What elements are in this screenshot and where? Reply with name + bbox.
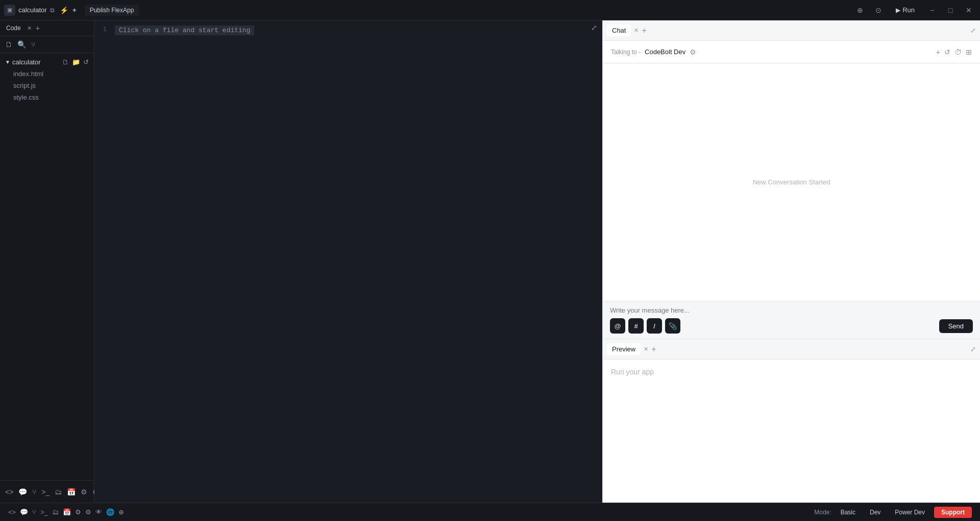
new-chat-icon[interactable]: + xyxy=(936,48,940,56)
eye-status-icon[interactable]: 👁 xyxy=(95,508,102,516)
mention-button[interactable]: @ xyxy=(610,318,625,334)
refresh-icon[interactable]: ↺ xyxy=(83,58,89,66)
title-bar-icons: ⊕ ⊙ ▶ Run − □ ✕ xyxy=(853,3,976,17)
agent-name: CodeBolt Dev xyxy=(645,48,685,56)
preview-expand-icon[interactable]: ⤢ xyxy=(970,345,976,353)
preview-tab-close[interactable]: ✕ xyxy=(644,346,648,352)
root-folder-name: calculator xyxy=(12,58,41,66)
preview-tab-right: ⤢ xyxy=(966,345,976,353)
git-icon[interactable]: ⑂ xyxy=(31,40,35,49)
chat-input-toolbar: @ # / 📎 Send xyxy=(610,318,973,334)
slash-button[interactable]: / xyxy=(647,318,662,334)
file-item-index-html[interactable]: index.html xyxy=(0,68,94,80)
line-number-1: 1 xyxy=(94,26,115,33)
refresh-chat-icon[interactable]: ↺ xyxy=(944,48,950,56)
git-bottom-icon[interactable]: ⑂ xyxy=(32,488,36,496)
preview-tab[interactable]: Preview xyxy=(607,343,641,355)
line-content-1: Click on a file and start editing xyxy=(115,26,254,35)
file-item-script-js[interactable]: script.js xyxy=(0,80,94,91)
maximize-button[interactable]: □ xyxy=(943,3,958,17)
run-button[interactable]: ▶ Run xyxy=(890,4,921,16)
main-layout: Code ✕ + 🗋 🔍 ⑂ ▼ calculator 🗋 📁 ↺ index.… xyxy=(0,20,980,503)
git-status-icon[interactable]: ⑂ xyxy=(32,508,36,516)
preview-content: Run your app xyxy=(603,360,980,503)
chat-tab-add[interactable]: + xyxy=(642,26,646,35)
preview-tab-add[interactable]: + xyxy=(651,345,656,354)
file-icon[interactable]: 🗋 xyxy=(5,40,12,49)
file-tree-actions: 🗋 📁 ↺ xyxy=(62,58,89,66)
preview-tab-label: Preview xyxy=(612,345,635,353)
terminal-status-icon[interactable]: >_ xyxy=(40,508,48,516)
mode-dev-button[interactable]: Dev xyxy=(865,507,886,517)
terminal-icon[interactable]: >_ xyxy=(41,488,50,496)
editor-content[interactable]: 1 Click on a file and start editing xyxy=(94,20,602,503)
agent-settings-icon[interactable]: ⚙ xyxy=(690,48,696,56)
chat-header-right: + ↺ ⏱ ⊞ xyxy=(936,48,972,56)
sidebar-top-tabs: Code ✕ + xyxy=(0,20,94,36)
run-icon: ▶ xyxy=(896,7,900,14)
file-tree-root[interactable]: ▼ calculator 🗋 📁 ↺ xyxy=(0,56,94,68)
history-icon[interactable]: ⏱ xyxy=(954,48,962,56)
mode-label: Mode: xyxy=(814,509,831,516)
code-tab-close[interactable]: ✕ xyxy=(27,26,32,31)
sidebar-tab-code[interactable]: Code xyxy=(4,23,23,33)
storage-icon[interactable]: 🗂 xyxy=(55,488,62,496)
search-icon[interactable]: 🔍 xyxy=(17,40,26,49)
chat-tab-bar: Chat ✕ + ⤢ xyxy=(603,20,980,41)
chat-input-area: @ # / 📎 Send xyxy=(603,301,980,339)
expand-icon[interactable]: ⤢ xyxy=(970,27,976,34)
chat-input[interactable] xyxy=(610,306,973,314)
editor-expand-icon[interactable]: ⤢ xyxy=(591,23,597,32)
file-item-style-css[interactable]: style.css xyxy=(0,91,94,103)
calendar-icon[interactable]: 📅 xyxy=(67,488,76,496)
action-icon-1[interactable]: ⚡ xyxy=(60,6,68,14)
mode-basic-button[interactable]: Basic xyxy=(836,507,861,517)
tree-arrow-icon: ▼ xyxy=(5,59,10,65)
support-button[interactable]: Support xyxy=(934,507,972,518)
globe-status-icon[interactable]: 🌐 xyxy=(106,508,114,516)
chat-tab[interactable]: Chat xyxy=(607,25,631,36)
preview-tab-bar: Preview ✕ + ⤢ xyxy=(603,339,980,360)
sidebar-add-tab[interactable]: + xyxy=(36,24,40,32)
editor-line-1: 1 Click on a file and start editing xyxy=(94,25,602,36)
user-icon[interactable]: ⊙ xyxy=(871,3,886,17)
new-folder-icon[interactable]: 📁 xyxy=(72,58,80,66)
minimize-button[interactable]: − xyxy=(925,3,939,17)
close-button[interactable]: ✕ xyxy=(962,3,976,17)
hash-button[interactable]: # xyxy=(628,318,644,334)
sidebar-bottom-icons: <> 💬 ⑂ >_ 🗂 📅 ⚙ ⚙ 👁 🌐 ⊕ xyxy=(0,480,94,503)
new-file-icon[interactable]: 🗋 xyxy=(62,58,69,66)
editor-area: ⤢ 1 Click on a file and start editing xyxy=(94,20,602,503)
add-button[interactable]: ⊕ xyxy=(853,3,867,17)
chat-tab-close[interactable]: ✕ xyxy=(634,27,639,34)
chat-messages: New Conversation Started xyxy=(603,63,980,301)
plugin-icon[interactable]: ⚙ xyxy=(81,488,87,496)
run-label: Run xyxy=(902,6,915,14)
storage-status-icon[interactable]: 🗂 xyxy=(52,508,59,516)
grid-status-icon[interactable]: ⚙ xyxy=(75,508,81,516)
chat-header: Talking to - CodeBolt Dev ⚙ + ↺ ⏱ ⊞ xyxy=(603,41,980,63)
grid-icon[interactable]: ⊞ xyxy=(966,48,972,56)
status-right: Mode: Basic Dev Power Dev Support xyxy=(814,507,972,518)
settings-status-icon[interactable]: ⚙ xyxy=(85,508,91,516)
calendar-status-icon[interactable]: 📅 xyxy=(63,508,71,516)
code-icon[interactable]: <> xyxy=(5,488,13,496)
chat-section: Chat ✕ + ⤢ Talking to - CodeBolt Dev ⚙ +… xyxy=(603,20,980,339)
run-your-app-text: Run your app xyxy=(611,368,654,376)
send-button[interactable]: Send xyxy=(939,319,973,333)
mode-powerdev-button[interactable]: Power Dev xyxy=(890,507,930,517)
file-tree: ▼ calculator 🗋 📁 ↺ index.html script.js … xyxy=(0,53,94,480)
sidebar: Code ✕ + 🗋 🔍 ⑂ ▼ calculator 🗋 📁 ↺ index.… xyxy=(0,20,94,503)
add-status-icon[interactable]: ⊕ xyxy=(118,508,124,516)
chat-icon[interactable]: 💬 xyxy=(18,488,27,496)
publish-flexapp-label: Publish FlexApp xyxy=(90,7,134,14)
action-icon-2[interactable]: ✦ xyxy=(71,6,78,14)
comment-status-icon[interactable]: 💬 xyxy=(20,508,28,516)
publish-flexapp-tab[interactable]: Publish FlexApp xyxy=(85,5,139,16)
code-status-icon[interactable]: <> xyxy=(8,508,16,516)
external-link-icon[interactable]: ⧉ xyxy=(50,7,55,14)
sidebar-icons: 🗋 🔍 ⑂ xyxy=(0,36,94,53)
attach-button[interactable]: 📎 xyxy=(665,318,680,334)
preview-section: Preview ✕ + ⤢ Run your app xyxy=(603,339,980,503)
app-icon: ▣ xyxy=(4,5,15,16)
